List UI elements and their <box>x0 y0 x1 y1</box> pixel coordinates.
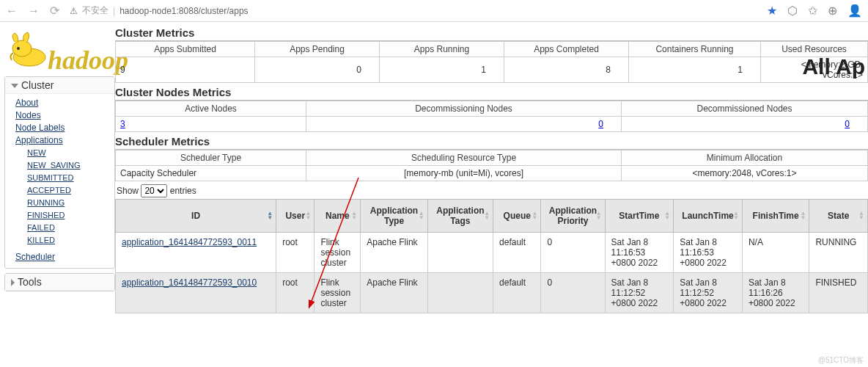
cluster-header[interactable]: Cluster <box>5 77 114 94</box>
entries-control: Show 20 entries <box>115 181 868 199</box>
app-id-link[interactable]: application_1641484772593_0011 <box>122 237 257 247</box>
col-user[interactable]: User▲▼ <box>276 200 315 233</box>
sidebar-state-killed[interactable]: KILLED <box>27 234 110 247</box>
col-apptype[interactable]: Application Type▲▼ <box>361 200 428 233</box>
col-priority[interactable]: Application Priority▲▼ <box>541 200 605 233</box>
col-queue[interactable]: Queue▲▼ <box>493 200 541 233</box>
active-nodes-link[interactable]: 3 <box>120 119 125 129</box>
nodes-metrics-table: Active Nodes Decommissioning Nodes Decom… <box>115 101 868 132</box>
table-row: application_1641484772593_0011rootFlink … <box>116 233 868 273</box>
browser-nav: ← → ⟳ ⚠ 不安全 | hadoop-node1:8088/cluster/… <box>0 0 868 22</box>
page-title: All Ap <box>802 54 865 79</box>
sidebar-scheduler[interactable]: Scheduler <box>15 251 110 264</box>
applications-table: ID▲▼ User▲▼ Name▲▼ Application Type▲▼ Ap… <box>115 199 868 313</box>
reload-icon[interactable]: ⟳ <box>50 4 59 18</box>
decommissioning-nodes-link[interactable]: 0 <box>598 119 603 129</box>
table-row: application_1641484772593_0010rootFlink … <box>116 273 868 313</box>
cluster-metrics-table: Apps Submitted Apps Pending Apps Running… <box>115 41 868 83</box>
sidebar-state-running[interactable]: RUNNING <box>27 197 110 209</box>
svg-point-1 <box>12 40 32 57</box>
col-state[interactable]: State▲▼ <box>809 200 868 233</box>
sidebar-applications[interactable]: Applications <box>15 134 110 147</box>
sidebar-node-labels[interactable]: Node Labels <box>15 122 110 134</box>
sidebar-nodes[interactable]: Nodes <box>15 109 110 122</box>
back-icon[interactable]: ← <box>6 4 18 18</box>
sidebar-state-submitted[interactable]: SUBMITTED <box>27 172 110 184</box>
forward-icon[interactable]: → <box>28 4 40 18</box>
tools-header[interactable]: Tools <box>5 274 114 291</box>
sidebar-state-new-saving[interactable]: NEW_SAVING <box>27 159 110 172</box>
col-launch[interactable]: LaunchTime▲▼ <box>674 200 743 233</box>
star-icon[interactable]: ★ <box>767 4 777 18</box>
svg-point-2 <box>17 47 20 50</box>
app-id-link[interactable]: application_1641484772593_0010 <box>122 277 257 288</box>
scheduler-metrics-heading: Scheduler Metrics <box>115 134 868 150</box>
col-finish[interactable]: FinishTime▲▼ <box>742 200 809 233</box>
col-start[interactable]: StartTime▲▼ <box>605 200 674 233</box>
ext-icon[interactable]: ⬡ <box>787 4 798 18</box>
sidebar-state-failed[interactable]: FAILED <box>27 222 110 234</box>
url-text: hadoop-node1:8088/cluster/apps <box>119 6 248 16</box>
profile-icon[interactable]: 👤 <box>847 4 862 18</box>
sidebar-state-new[interactable]: NEW <box>27 147 110 159</box>
address-bar[interactable]: ⚠ 不安全 | hadoop-node1:8088/cluster/apps <box>70 4 249 17</box>
entries-select[interactable]: 20 <box>141 184 167 197</box>
security-label: 不安全 <box>82 4 108 17</box>
scheduler-metrics-table: Scheduler Type Scheduling Resource Type … <box>115 150 868 181</box>
tools-panel: Tools <box>4 273 115 291</box>
insecure-icon: ⚠ <box>70 6 78 16</box>
col-apptags[interactable]: Application Tags▲▼ <box>427 200 493 233</box>
col-id[interactable]: ID▲▼ <box>116 200 276 233</box>
sidebar-state-finished[interactable]: FINISHED <box>27 209 110 222</box>
col-name[interactable]: Name▲▼ <box>315 200 361 233</box>
sidebar-about[interactable]: About <box>15 97 110 109</box>
cluster-panel: Cluster About Nodes Node Labels Applicat… <box>4 76 115 269</box>
collections-icon[interactable]: ⊕ <box>828 4 837 18</box>
nodes-metrics-heading: Cluster Nodes Metrics <box>115 84 868 101</box>
cluster-metrics-heading: Cluster Metrics <box>115 25 868 41</box>
decommissioned-nodes-link[interactable]: 0 <box>845 119 850 129</box>
hadoop-logo: hadoop <box>1 26 115 76</box>
sidebar-state-accepted[interactable]: ACCEPTED <box>27 184 110 197</box>
favorites-icon[interactable]: ✩ <box>808 4 817 18</box>
